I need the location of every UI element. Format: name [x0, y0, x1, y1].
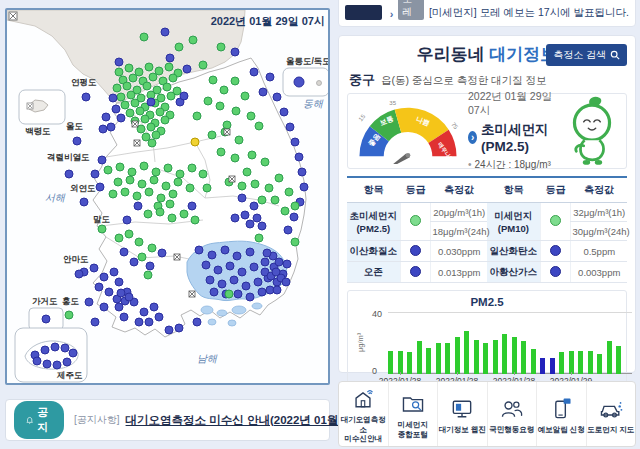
station-dot[interactable] [80, 198, 88, 206]
station-dot[interactable] [210, 288, 218, 296]
station-dot[interactable] [100, 273, 108, 281]
station-dot[interactable] [140, 33, 148, 41]
station-dot[interactable] [65, 311, 73, 319]
quick-menu-webzine[interactable]: 대기정보 웹진 [437, 382, 487, 446]
station-dot[interactable] [140, 162, 148, 170]
station-dot[interactable] [156, 108, 164, 116]
station-dot[interactable] [69, 349, 77, 357]
station-dot[interactable] [156, 208, 164, 216]
station-dot[interactable] [138, 253, 146, 261]
station-dot[interactable] [116, 163, 124, 171]
station-dot[interactable] [232, 107, 240, 115]
station-dot[interactable] [123, 216, 131, 224]
station-dot[interactable] [147, 123, 155, 131]
station-dot[interactable] [284, 226, 292, 234]
station-dot[interactable] [208, 131, 216, 139]
station-dot[interactable] [155, 313, 163, 321]
station-dot[interactable] [125, 230, 133, 238]
station-dot[interactable] [235, 136, 243, 144]
station-dot[interactable] [202, 261, 210, 269]
station-dot[interactable] [203, 184, 211, 192]
station-dot[interactable] [162, 182, 170, 190]
station-dot[interactable] [115, 234, 123, 242]
station-dot[interactable] [152, 168, 160, 176]
station-dot[interactable] [166, 54, 174, 62]
station-dot[interactable] [175, 324, 183, 332]
station-dot[interactable] [275, 174, 283, 182]
station-dot[interactable] [251, 180, 259, 188]
station-dot[interactable] [145, 63, 153, 71]
station-dot[interactable] [238, 182, 246, 190]
station-dot[interactable] [165, 326, 173, 334]
station-dot[interactable] [102, 113, 110, 121]
station-dot[interactable] [246, 293, 254, 301]
station-dot[interactable] [195, 246, 203, 254]
station-dot[interactable] [188, 164, 196, 172]
station-dot[interactable] [166, 200, 174, 208]
station-dot[interactable] [82, 93, 90, 101]
station-dot[interactable] [238, 194, 246, 202]
station-dot[interactable] [250, 263, 258, 271]
station-dot[interactable] [217, 43, 225, 51]
quick-menu-action-tips[interactable]: 국민행동요령 [487, 382, 537, 446]
station-dot[interactable] [241, 211, 249, 219]
station-dot[interactable] [120, 248, 128, 256]
station-dot[interactable] [105, 288, 113, 296]
station-dot[interactable] [121, 101, 129, 109]
station-dot[interactable] [231, 154, 239, 162]
station-dot[interactable] [142, 133, 150, 141]
station-dot[interactable] [138, 180, 146, 188]
station-dot[interactable] [246, 220, 254, 228]
station-dot[interactable] [75, 270, 83, 278]
station-dot[interactable] [145, 188, 153, 196]
station-dot[interactable] [164, 164, 172, 172]
station-dot[interactable] [143, 82, 151, 90]
station-dot[interactable] [135, 318, 143, 326]
station-dot[interactable] [206, 276, 214, 284]
station-dot[interactable] [146, 262, 154, 270]
station-dot[interactable] [265, 184, 273, 192]
station-dot[interactable] [255, 234, 263, 242]
station-dot[interactable] [104, 166, 112, 174]
station-dot[interactable] [150, 176, 158, 184]
station-dot[interactable] [129, 74, 137, 82]
station-dot[interactable] [135, 68, 143, 76]
station-dot[interactable] [180, 92, 188, 100]
station-dot[interactable] [63, 358, 71, 366]
station-dot[interactable] [148, 139, 156, 147]
station-dot[interactable] [191, 216, 199, 224]
station-dot[interactable] [263, 249, 271, 257]
quick-menu-dust-portal[interactable]: 미세먼지 종합포털 [388, 382, 438, 446]
station-dot[interactable] [168, 214, 176, 222]
station-dot[interactable] [258, 288, 266, 296]
station-dot[interactable] [174, 178, 182, 186]
station-dot[interactable] [266, 73, 274, 81]
station-dot[interactable] [125, 293, 133, 301]
station-dot[interactable] [144, 210, 152, 218]
station-dot[interactable] [199, 170, 207, 178]
station-dot[interactable] [238, 268, 246, 276]
station-dot[interactable] [148, 244, 156, 252]
korea-map[interactable]: 2022년 01월 29일 07시 서해 동해 남해 백령도 울릉도/독도 [7, 10, 328, 383]
station-dot[interactable] [193, 318, 201, 326]
station-map-panel[interactable]: 2022년 01월 29일 07시 서해 동해 남해 백령도 울릉도/독도 [5, 8, 330, 385]
station-dot[interactable] [291, 138, 299, 146]
station-dot[interactable] [99, 125, 107, 133]
station-dot[interactable] [115, 278, 123, 286]
station-dot[interactable] [112, 105, 120, 113]
station-dot[interactable] [218, 280, 226, 288]
station-dot[interactable] [43, 360, 51, 368]
station-dot[interactable] [126, 109, 134, 117]
station-dot[interactable] [221, 246, 229, 254]
station-dot[interactable] [113, 84, 121, 92]
station-dot[interactable] [246, 248, 254, 256]
station-dot[interactable] [258, 196, 266, 204]
station-dot[interactable] [231, 48, 239, 56]
station-dot[interactable] [230, 276, 238, 284]
station-dot[interactable] [41, 346, 49, 354]
station-dot[interactable] [135, 238, 143, 246]
forecast-thumbnail[interactable] [345, 5, 382, 20]
station-dot[interactable] [152, 131, 160, 139]
station-dot[interactable] [90, 264, 98, 272]
station-dot[interactable] [115, 68, 123, 76]
